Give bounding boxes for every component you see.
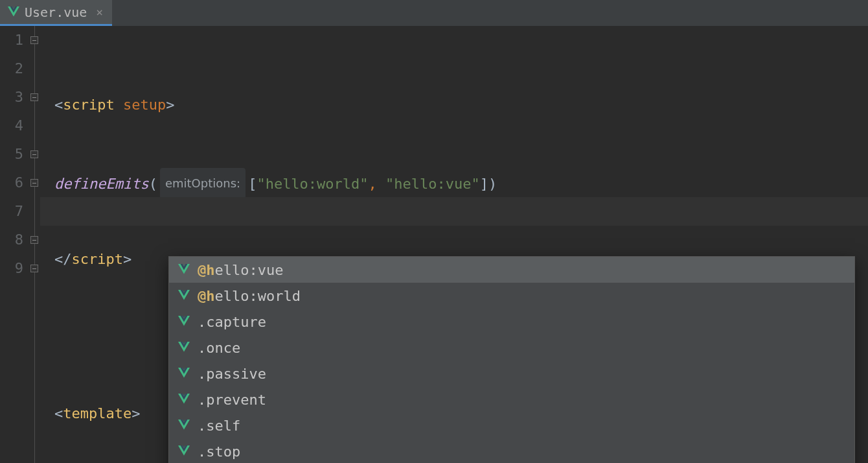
completion-item[interactable]: @hello:vue (169, 257, 854, 283)
inlay-hint: emitOptions: (160, 168, 246, 199)
fold-gutter (30, 26, 40, 463)
line-number: 2 (0, 54, 23, 83)
completion-item[interactable]: .self (169, 412, 854, 438)
vue-icon (8, 6, 19, 18)
fold-toggle-icon[interactable] (30, 36, 38, 44)
line-number: 1 (0, 26, 23, 54)
line-number: 7 (0, 197, 23, 226)
completion-item[interactable]: @hello:world (169, 283, 854, 309)
code-editor[interactable]: 1 2 3 4 5 6 7 8 9 <script setup> defineE… (0, 26, 868, 463)
tab-bar: User.vue × (0, 0, 868, 26)
fold-toggle-icon[interactable] (30, 150, 38, 158)
code-line: <script setup> (54, 91, 868, 119)
completion-item[interactable]: .stop (169, 438, 854, 463)
fold-toggle-icon[interactable] (30, 93, 38, 101)
active-line-highlight (40, 197, 868, 226)
fold-toggle-icon[interactable] (30, 265, 38, 272)
line-number: 3 (0, 83, 23, 112)
vue-icon (178, 394, 190, 405)
fold-toggle-icon[interactable] (30, 236, 38, 244)
vue-icon (178, 264, 190, 276)
line-number: 6 (0, 169, 23, 197)
completion-popup: @hello:vue@hello:world.capture.once.pass… (168, 256, 855, 463)
close-icon[interactable]: × (96, 5, 103, 19)
fold-toggle-icon[interactable] (30, 179, 38, 187)
line-number: 9 (0, 254, 23, 283)
vue-icon (178, 290, 190, 302)
completion-item[interactable]: .passive (169, 361, 854, 386)
code-line: defineEmits(emitOptions:["hello:world", … (54, 168, 868, 196)
vue-icon (178, 368, 190, 379)
vue-icon (178, 342, 190, 353)
line-number: 8 (0, 226, 23, 254)
line-number: 4 (0, 112, 23, 140)
line-number: 5 (0, 140, 23, 169)
completion-item[interactable]: .capture (169, 309, 854, 335)
completion-item[interactable]: .prevent (169, 386, 854, 412)
vue-icon (178, 420, 190, 431)
completion-item[interactable]: .once (169, 335, 854, 361)
line-number-gutter: 1 2 3 4 5 6 7 8 9 (0, 26, 30, 463)
tab-label: User.vue (25, 5, 87, 20)
file-tab[interactable]: User.vue × (0, 0, 112, 26)
vue-icon (178, 316, 190, 327)
vue-icon (178, 445, 190, 457)
